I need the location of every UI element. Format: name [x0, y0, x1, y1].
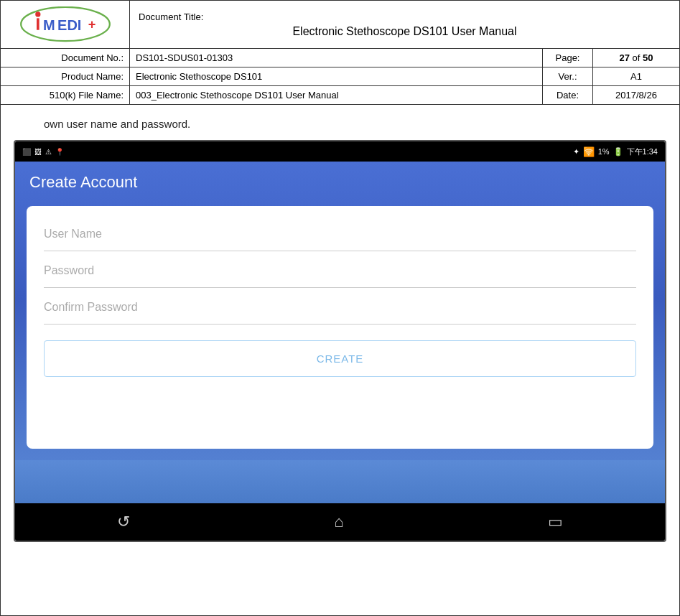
- doc-row-file: 510(k) File Name: 003_Electronic Stethos…: [1, 86, 679, 104]
- logo-icon: M EDI +: [15, 6, 116, 42]
- time-display: 下午1:34: [627, 146, 658, 157]
- file-label: 510(k) File Name:: [1, 86, 130, 104]
- doc-row-product: Product Name: Electronic Stethoscope DS1…: [1, 67, 679, 86]
- ver-label: Ver.:: [543, 67, 593, 85]
- logo-cell: M EDI +: [1, 1, 130, 48]
- app-title: Create Account: [29, 173, 137, 191]
- svg-point-1: [35, 11, 40, 17]
- app-title-bar: Create Account: [15, 162, 665, 200]
- back-button[interactable]: ↺: [117, 513, 130, 531]
- product-label: Product Name:: [1, 67, 130, 85]
- form-card: User Name Password Confirm Password CREA…: [27, 206, 653, 449]
- phone-mockup: ⬛ 🖼 ⚠ 📍 ✦ 🛜 1% 🔋 下午1:34 Create Account U…: [14, 140, 666, 542]
- confirm-password-field[interactable]: Confirm Password: [44, 294, 636, 325]
- status-right-icons: ✦ 🛜 1% 🔋 下午1:34: [573, 146, 658, 157]
- title-cell: Document Title: Electronic Stethoscope D…: [130, 1, 679, 48]
- bottom-blue-area: [15, 460, 665, 503]
- docno-value: DS101-SDUS01-01303: [130, 49, 543, 67]
- bluetooth-icon: ✦: [573, 147, 579, 157]
- doc-row-docno: Document No.: DS101-SDUS01-01303 Page: 2…: [1, 49, 679, 67]
- date-value: 2017/8/26: [593, 86, 679, 104]
- title-label: Document Title:: [139, 11, 671, 22]
- battery-percent: 1%: [598, 147, 610, 156]
- username-field[interactable]: User Name: [44, 220, 636, 251]
- notification-icon-2: 🖼: [34, 148, 42, 156]
- doc-rows: Document No.: DS101-SDUS01-01303 Page: 2…: [1, 49, 679, 104]
- create-button[interactable]: CREATE: [44, 340, 636, 377]
- wifi-icon: 🛜: [583, 146, 595, 157]
- svg-text:EDI: EDI: [57, 17, 81, 33]
- home-button[interactable]: ⌂: [334, 513, 343, 531]
- status-bar: ⬛ 🖼 ⚠ 📍 ✦ 🛜 1% 🔋 下午1:34: [15, 141, 665, 162]
- svg-text:M: M: [43, 17, 55, 33]
- date-label: Date:: [543, 86, 593, 104]
- password-field[interactable]: Password: [44, 257, 636, 288]
- username-placeholder: User Name: [44, 220, 636, 243]
- document-title: Electronic Stethoscope DS101 User Manual: [139, 25, 671, 38]
- notification-icon-4: 📍: [55, 148, 64, 156]
- document-header: M EDI + Document Title: Electronic Steth…: [1, 1, 679, 105]
- status-left-icons: ⬛ 🖼 ⚠ 📍: [22, 148, 64, 156]
- body-text: own user name and password.: [1, 105, 679, 140]
- docno-label: Document No.:: [1, 49, 130, 67]
- svg-rect-2: [37, 18, 39, 29]
- confirm-placeholder: Confirm Password: [44, 294, 636, 317]
- ver-value: A1: [593, 67, 679, 85]
- page-value: 27 of 50: [593, 49, 679, 67]
- app-area: Create Account User Name Password Confir…: [15, 162, 665, 503]
- password-placeholder: Password: [44, 257, 636, 280]
- notification-icon-1: ⬛: [22, 148, 31, 156]
- svg-text:+: +: [88, 17, 96, 32]
- nav-bar: ↺ ⌂ ▭: [15, 503, 665, 541]
- battery-icon: 🔋: [613, 147, 623, 157]
- recents-button[interactable]: ▭: [548, 513, 563, 531]
- file-value: 003_Electronic Stethoscope DS101 User Ma…: [130, 86, 543, 104]
- product-value: Electronic Stethoscope DS101: [130, 67, 543, 85]
- page-label: Page:: [543, 49, 593, 67]
- notification-icon-3: ⚠: [45, 148, 52, 156]
